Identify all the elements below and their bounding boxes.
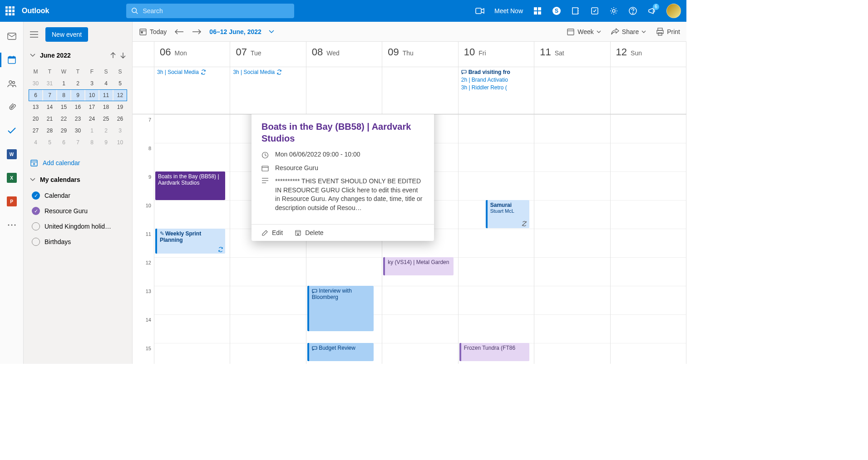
calendar-icon [261,165,269,171]
cal-item-birthdays[interactable]: Birthdays [30,234,128,250]
allday-cell-tue[interactable]: 3h | Social Media [230,67,306,114]
recurring-icon [201,69,206,75]
allday-event[interactable]: 3h | Social Media [233,69,303,75]
meet-now-button[interactable]: Meet Now [494,6,523,15]
delete-button[interactable]: Delete [295,229,323,236]
edit-button[interactable]: Edit [261,229,283,236]
day-header-thu[interactable]: 09Thu [382,42,458,67]
event-sprint[interactable]: ✎Weekly Sprint Planning [155,229,225,254]
svg-rect-43 [312,289,317,292]
add-calendar-button[interactable]: Add calendar [28,154,128,171]
video-icon[interactable] [475,6,484,15]
svg-point-23 [12,82,15,84]
print-button[interactable]: Print [656,28,680,36]
word-tile[interactable]: W [6,149,17,160]
checkbox-icon[interactable] [32,222,40,230]
allday-cell-wed[interactable] [306,67,382,114]
cal-item-resource-guru[interactable]: Resource Guru [30,203,128,219]
view-week-dropdown[interactable]: Week [567,28,601,36]
svg-text:S: S [555,8,558,14]
megaphone-icon[interactable]: 6 [647,6,656,15]
allday-cell-sat[interactable] [534,67,610,114]
search-input[interactable] [126,4,294,18]
svg-rect-40 [657,30,663,34]
more-rail-item[interactable] [6,220,17,230]
allday-cell-fri[interactable]: Brad visiting fro 2h | Brand Activatio 3… [459,67,534,114]
group-label: My calendars [40,176,80,183]
checkbox-icon[interactable] [32,238,40,246]
svg-rect-2 [476,8,481,14]
cal-item-uk-holidays[interactable]: United Kingdom holid… [30,219,128,234]
svg-rect-34 [140,29,146,35]
teams-icon[interactable] [533,6,542,15]
event-venice[interactable]: ky (VS14) | Metal Garden [383,257,453,275]
day-columns[interactable]: Boats in the Bay (BB58) | Aardvark Studi… [154,114,686,364]
svg-rect-19 [8,57,15,59]
event-interview[interactable]: Interview with Bloomberg [307,286,374,331]
allday-cell-sun[interactable] [611,67,686,114]
day-header-sun[interactable]: 12Sun [611,42,686,67]
day-col-fri[interactable]: Samurai Stuart McL Frozen Tundra (FT86 [459,114,534,364]
app-launcher-icon[interactable] [5,6,15,15]
popover-actions: Edit Delete [252,224,434,241]
day-header-sat[interactable]: 11Sat [534,42,610,67]
event-boats[interactable]: Boats in the Bay (BB58) | Aardvark Studi… [155,171,225,200]
todo-icon[interactable] [590,6,599,15]
sidebar-top: New event [28,27,128,42]
excel-tile[interactable]: X [6,172,17,183]
todo-rail-item[interactable] [6,125,17,136]
day-col-sun[interactable] [611,114,686,364]
allday-event[interactable]: 3h | Riddler Retro ( [461,84,531,91]
add-calendar-label: Add calendar [43,159,80,166]
svg-rect-4 [538,7,541,10]
cal-item-calendar[interactable]: Calendar [30,188,128,203]
event-frozen[interactable]: Frozen Tundra (FT86 [459,343,529,361]
skype-icon[interactable]: S [552,6,561,15]
day-header-fri[interactable]: 10Fri [459,42,534,67]
svg-rect-9 [572,8,578,14]
svg-rect-52 [296,230,301,235]
prev-month-icon[interactable] [110,52,116,59]
calendar-rail-item[interactable] [6,54,17,65]
recurring-icon [218,247,223,252]
day-col-mon[interactable]: Boats in the Bay (BB58) | Aardvark Studi… [154,114,230,364]
share-button[interactable]: Share [611,28,646,35]
user-avatar[interactable] [666,4,681,18]
svg-point-25 [11,225,12,226]
day-header-tue[interactable]: 07Tue [230,42,306,67]
mail-rail-item[interactable] [6,31,17,42]
date-range-picker[interactable]: 06–12 June, 2022 [209,28,274,35]
prev-week-button[interactable] [175,29,184,34]
day-header-wed[interactable]: 08Wed [306,42,382,67]
today-button[interactable]: Today [139,28,167,36]
svg-rect-6 [538,11,541,15]
files-rail-item[interactable] [6,102,17,113]
day-header-mon[interactable]: 06Mon [154,42,230,67]
search-wrap [126,4,294,18]
mini-calendar[interactable]: MTWTFSS 303112345 6789101112 13141516171… [28,65,128,149]
mini-cal-header: June 2022 [28,49,128,62]
people-rail-item[interactable] [6,78,17,89]
checkbox-icon[interactable] [32,207,40,215]
svg-rect-42 [462,70,466,73]
event-budget[interactable]: Budget Review [307,343,374,361]
allday-event[interactable]: Brad visiting fro [461,69,531,75]
next-week-button[interactable] [192,29,201,34]
allday-event[interactable]: 3h | Social Media [157,69,227,75]
svg-rect-44 [312,347,317,349]
allday-event[interactable]: 2h | Brand Activatio [461,77,531,83]
allday-cell-mon[interactable]: 3h | Social Media [154,67,230,114]
my-calendars-header[interactable]: My calendars [28,171,128,188]
chevron-down-icon[interactable] [30,54,35,57]
event-samurai[interactable]: Samurai Stuart McL [486,200,529,228]
hamburger-icon[interactable] [28,29,40,39]
checkbox-icon[interactable] [32,191,40,200]
powerpoint-tile[interactable]: P [6,196,17,207]
next-month-icon[interactable] [120,52,126,59]
settings-icon[interactable] [609,6,618,15]
allday-cell-thu[interactable] [382,67,458,114]
onenote-icon[interactable] [571,6,580,15]
day-col-sat[interactable] [534,114,610,364]
help-icon[interactable] [628,6,637,15]
new-event-button[interactable]: New event [45,27,88,42]
